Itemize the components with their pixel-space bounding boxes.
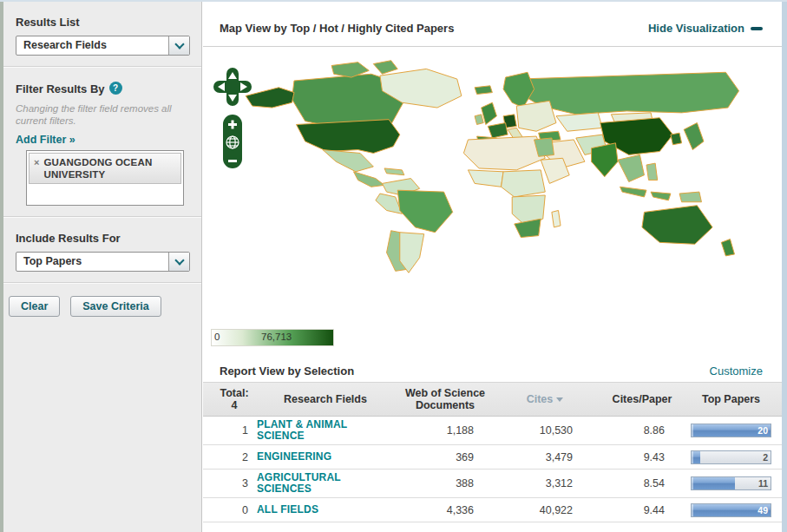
cites-per-paper-value: 9.43 [594, 451, 691, 463]
collapse-minus-icon [751, 27, 763, 30]
top-papers-value: 2 [763, 452, 768, 463]
main-panel: Map View by Top / Hot / Highly Cited Pap… [203, 2, 782, 532]
map-region-south-africa [515, 219, 541, 237]
map-region-uk [482, 102, 497, 124]
documents-value: 369 [394, 451, 496, 463]
rank-value: 0 [212, 504, 257, 516]
documents-value: 4,336 [394, 504, 496, 516]
map-region-madagascar [552, 210, 561, 227]
top-papers-bar: 2 [691, 450, 771, 464]
map-region-kazakhstan [556, 113, 602, 131]
report-table: Total: 4 Research Fields Web of Science … [203, 383, 782, 522]
top-papers-cell: 11 [691, 476, 771, 490]
map-region-ireland [475, 115, 483, 125]
legend-max-value: 76,713 [261, 332, 292, 342]
map-region-france [488, 123, 508, 138]
documents-value: 388 [394, 477, 496, 489]
results-list-label: Results List [16, 16, 189, 29]
cites-per-paper-value: 8.86 [594, 424, 691, 437]
column-header-documents: Web of Science Documents [394, 387, 496, 411]
add-filter-link[interactable]: Add Filter » [16, 134, 189, 146]
top-papers-value: 20 [757, 425, 768, 436]
table-row: 1 PLANT & ANIMAL SCIENCE 1,188 10,530 8.… [203, 417, 782, 445]
report-view-title: Report View by Selection [220, 365, 354, 378]
sidebar-buttons: Clear Save Criteria [9, 296, 201, 317]
rank-value: 1 [212, 424, 257, 437]
map-region-australia [642, 206, 712, 245]
cites-value: 40,922 [496, 504, 594, 516]
zoom-out-icon[interactable] [228, 160, 237, 162]
save-criteria-button[interactable]: Save Criteria [70, 296, 161, 317]
include-results-dropdown-value: Top Papers [16, 253, 189, 271]
remove-filter-icon[interactable]: × [34, 156, 39, 168]
map-region-caribbean [384, 168, 404, 175]
map-region-philippines [646, 163, 658, 180]
top-papers-bar: 11 [691, 476, 771, 490]
map-view-header: Map View by Top / Hot / Highly Cited Pap… [203, 2, 782, 47]
cites-per-paper-value: 8.54 [594, 477, 691, 489]
map-region-mexico [323, 150, 373, 172]
top-papers-cell: 2 [691, 450, 771, 464]
rank-value: 2 [212, 451, 257, 463]
zoom-in-icon[interactable] [232, 121, 234, 129]
left-edge-strip [0, 2, 3, 532]
field-link[interactable]: ENGINEERING [257, 451, 375, 463]
report-view-header: Report View by Selection Customize [203, 358, 782, 383]
map-region-iceland [475, 86, 492, 95]
map-pan-zoom-controls[interactable] [212, 66, 253, 172]
hide-visualization-link[interactable]: Hide Visualization [648, 22, 763, 35]
field-link[interactable]: PLANT & ANIMAL SCIENCE [257, 419, 375, 442]
filter-note: Changing the filter field removes all cu… [16, 102, 172, 127]
esi-page: Results List Research Fields Filter Resu… [0, 0, 787, 532]
results-list-dropdown-value: Research Fields [16, 36, 189, 55]
top-papers-bar: 20 [691, 424, 771, 437]
include-results-dropdown[interactable]: Top Papers [16, 252, 190, 272]
world-map-area: 0 76,713 [203, 47, 782, 358]
world-choropleth-map[interactable] [208, 52, 777, 338]
top-papers-bar: 49 [691, 503, 771, 517]
filter-results-by-label: Filter Results By? [16, 82, 189, 95]
map-region-central-america [353, 172, 384, 187]
top-papers-value: 11 [758, 478, 768, 489]
sidebar-divider [0, 282, 201, 284]
map-region-se-asia [618, 154, 644, 181]
chevron-down-icon[interactable] [168, 253, 189, 271]
rank-value: 3 [212, 477, 257, 489]
results-list-section: Results List Research Fields [0, 16, 201, 56]
top-papers-cell: 20 [691, 424, 771, 437]
map-region-eastern-europe [516, 101, 556, 131]
sort-descending-icon [556, 397, 563, 402]
filter-chip-guangdong-ocean-university[interactable]: × GUANGDONG OCEAN UNIVERSITY [29, 153, 181, 184]
cites-per-paper-value: 9.44 [594, 504, 691, 516]
total-header: Total: 4 [212, 387, 257, 411]
active-filters-listbox[interactable]: × GUANGDONG OCEAN UNIVERSITY [26, 150, 184, 206]
table-row: 2 ENGINEERING 369 3,479 9.43 2 [203, 445, 782, 470]
map-region-west-africa [468, 170, 503, 187]
clear-button[interactable]: Clear [9, 296, 60, 317]
top-papers-cell: 49 [691, 503, 771, 517]
field-link[interactable]: AGRICULTURAL SCIENCES [257, 472, 375, 495]
help-icon[interactable]: ? [109, 82, 122, 95]
filter-section: Filter Results By? Changing the filter f… [0, 82, 201, 206]
cites-value: 10,530 [496, 424, 594, 437]
table-row: 0 ALL FIELDS 4,336 40,922 9.44 49 [203, 498, 782, 522]
column-header-cites-sort[interactable]: Cites [496, 393, 594, 405]
include-results-label: Include Results For [16, 232, 189, 245]
field-link[interactable]: ALL FIELDS [257, 504, 375, 516]
chevron-down-icon[interactable] [168, 36, 189, 55]
results-list-dropdown[interactable]: Research Fields [16, 36, 190, 56]
cites-value: 3,479 [496, 451, 594, 463]
column-header-research-fields: Research Fields [257, 393, 394, 405]
map-region-north-africa [463, 136, 545, 170]
map-region-indonesia [620, 187, 671, 200]
hide-visualization-label: Hide Visualization [648, 22, 744, 35]
map-view-title: Map View by Top / Hot / Highly Cited Pap… [220, 22, 454, 35]
top-papers-value: 49 [757, 505, 768, 516]
map-region-new-zealand [721, 239, 734, 255]
map-region-brazil [397, 190, 452, 233]
customize-link[interactable]: Customize [710, 365, 763, 378]
sidebar-divider [0, 66, 201, 68]
map-region-scandinavia [503, 72, 535, 108]
map-region-usa [297, 120, 400, 154]
right-edge-strip [782, 2, 787, 532]
